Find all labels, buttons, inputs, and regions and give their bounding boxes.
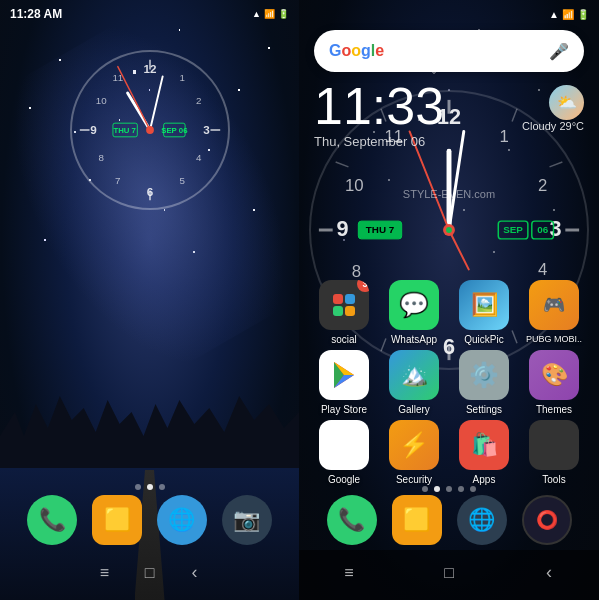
- tools-label: Tools: [542, 474, 565, 485]
- camera-icon: 📷: [233, 507, 260, 533]
- app-security[interactable]: ⚡ Security: [383, 420, 445, 485]
- left-dock-camera[interactable]: 📷: [222, 495, 272, 545]
- google-search-bar[interactable]: Google 🎤: [314, 30, 584, 72]
- right-app-grid: 3 social 💬 WhatsApp 🖼️ QuickPic 🎮: [309, 280, 589, 490]
- app-social[interactable]: 3 social: [313, 280, 375, 345]
- dot-2: [147, 484, 153, 490]
- app-whatsapp[interactable]: 💬 WhatsApp: [383, 280, 445, 345]
- app-themes[interactable]: 🎨 Themes: [523, 350, 585, 415]
- menu-icon: ≡: [100, 564, 109, 582]
- right-dock: 📞 🟨 🌐 ⭕: [299, 495, 599, 545]
- app-row-2: Play Store 🏔️ Gallery ⚙️ Settings 🎨 Them…: [309, 350, 589, 415]
- svg-text:THU 7: THU 7: [366, 224, 395, 235]
- svg-point-23: [146, 126, 154, 134]
- svg-text:4: 4: [196, 152, 202, 163]
- playstore-svg: [329, 360, 359, 390]
- notes-icon: 🟨: [104, 507, 131, 533]
- right-menu-button[interactable]: ≡: [329, 553, 369, 593]
- app-quickpic[interactable]: 🖼️ QuickPic: [453, 280, 515, 345]
- svg-text:SEP 06: SEP 06: [161, 126, 188, 135]
- cloud-icon: ⛅: [557, 93, 577, 112]
- right-phone-icon: 📞: [338, 507, 365, 533]
- right-dock-phone[interactable]: 📞: [327, 495, 377, 545]
- app-playstore[interactable]: Play Store: [313, 350, 375, 415]
- quickpic-icon: 🖼️: [459, 280, 509, 330]
- settings-icon: ⚙️: [459, 350, 509, 400]
- app-row-3: Google ⚡ Security 🛍️ Apps: [309, 420, 589, 485]
- right-dock-notes[interactable]: 🟨: [392, 495, 442, 545]
- left-dock-browser[interactable]: 🌐: [157, 495, 207, 545]
- app-tools[interactable]: Tools: [523, 420, 585, 485]
- app-gallery[interactable]: 🏔️ Gallery: [383, 350, 445, 415]
- right-home-button[interactable]: □: [429, 553, 469, 593]
- quickpic-label: QuickPic: [464, 334, 503, 345]
- right-browser-icon: 🌐: [468, 507, 495, 533]
- security-icon: ⚡: [389, 420, 439, 470]
- battery-icon: 🔋: [278, 9, 289, 19]
- signal-icon: 📶: [264, 9, 275, 19]
- weather-icon: ⛅: [549, 85, 584, 120]
- right-signal-icon: 📶: [562, 9, 574, 20]
- svg-line-18: [117, 67, 149, 130]
- svg-text:12: 12: [143, 62, 157, 75]
- svg-text:8: 8: [98, 152, 103, 163]
- svg-text:5: 5: [179, 175, 185, 186]
- svg-text:3: 3: [549, 216, 561, 241]
- svg-text:9: 9: [90, 123, 97, 136]
- app-pubg[interactable]: 🎮 PUBG MOBI..: [523, 280, 585, 345]
- app-settings[interactable]: ⚙️ Settings: [453, 350, 515, 415]
- left-home-button[interactable]: □: [130, 553, 170, 593]
- left-clock: 12 3 6 9 1 2 4 5 7 8 10 11: [70, 50, 230, 210]
- right-dock-browser[interactable]: 🌐: [457, 495, 507, 545]
- svg-line-17: [150, 76, 163, 130]
- app-apps[interactable]: 🛍️ Apps: [453, 420, 515, 485]
- themes-icon: 🎨: [529, 350, 579, 400]
- right-nav-bar: ≡ □ ‹: [299, 550, 599, 600]
- gallery-label: Gallery: [398, 404, 430, 415]
- left-status-bar: 11:28 AM ▲ 📶 🔋: [0, 0, 299, 28]
- left-back-button[interactable]: ‹: [175, 553, 215, 593]
- left-dock-notes[interactable]: 🟨: [92, 495, 142, 545]
- right-camera-icon: ⭕: [536, 509, 558, 531]
- right-dot-5: [470, 486, 476, 492]
- google-logo: Google: [329, 42, 384, 60]
- svg-text:8: 8: [352, 262, 361, 281]
- svg-text:9: 9: [337, 216, 349, 241]
- right-menu-icon: ≡: [344, 564, 353, 582]
- whatsapp-label: WhatsApp: [391, 334, 437, 345]
- right-dot-1: [422, 486, 428, 492]
- google-mic-icon[interactable]: 🎤: [549, 42, 569, 61]
- weather-text: Cloudy 29°C: [522, 120, 584, 132]
- svg-text:10: 10: [95, 95, 106, 106]
- right-dock-camera[interactable]: ⭕: [522, 495, 572, 545]
- app-row-1: 3 social 💬 WhatsApp 🖼️ QuickPic 🎮: [309, 280, 589, 345]
- right-battery-icon: 🔋: [577, 9, 589, 20]
- playstore-icon: [319, 350, 369, 400]
- right-back-button[interactable]: ‹: [529, 553, 569, 593]
- svg-text:4: 4: [538, 260, 547, 279]
- left-phone: 11:28 AM ▲ 📶 🔋 12 3 6 9: [0, 0, 299, 600]
- left-menu-button[interactable]: ≡: [85, 553, 125, 593]
- app-google[interactable]: Google: [313, 420, 375, 485]
- left-dock-phone[interactable]: 📞: [27, 495, 77, 545]
- wifi-icon: ▲: [252, 9, 261, 19]
- clock-svg: 12 3 6 9 1 2 4 5 7 8 10 11: [72, 52, 228, 208]
- left-pagination: [135, 484, 165, 490]
- right-digital-time: 11:33: [314, 80, 444, 132]
- left-dock: 📞 🟨 🌐 📷: [0, 495, 299, 545]
- svg-line-51: [449, 230, 469, 269]
- left-nav-bar: ≡ □ ‹: [0, 550, 299, 600]
- themes-label: Themes: [536, 404, 572, 415]
- social-icon: 3: [319, 280, 369, 330]
- right-dot-2: [434, 486, 440, 492]
- right-status-icons: ▲ 📶 🔋: [549, 9, 589, 20]
- svg-text:SEP: SEP: [503, 224, 523, 235]
- right-date-text: Thu, September 06: [314, 134, 425, 149]
- right-date: Thu, September 06: [314, 134, 444, 149]
- pubg-label: PUBG MOBI..: [526, 334, 582, 344]
- google-app-icon: [319, 420, 369, 470]
- home-icon: □: [145, 564, 155, 582]
- browser-icon: 🌐: [168, 507, 195, 533]
- dot-1: [135, 484, 141, 490]
- whatsapp-icon: 💬: [389, 280, 439, 330]
